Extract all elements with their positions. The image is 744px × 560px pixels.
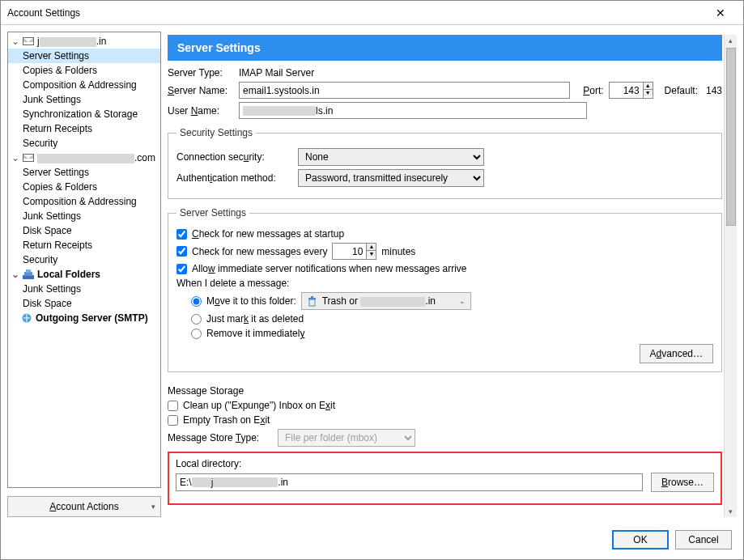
tree-item-sync-storage[interactable]: Synchronization & Storage bbox=[8, 107, 160, 121]
folder-icon bbox=[23, 269, 34, 279]
radio-remove-label: Remove it immediately bbox=[206, 328, 304, 339]
radio-move[interactable] bbox=[191, 296, 202, 307]
trash-icon bbox=[307, 296, 317, 307]
cancel-button[interactable]: Cancel bbox=[675, 530, 732, 549]
chk-every-label: Check for new messages every bbox=[192, 246, 327, 257]
radio-mark[interactable] bbox=[191, 314, 202, 325]
chk-allow-notify[interactable] bbox=[176, 264, 187, 274]
delete-label: When I delete a message: bbox=[176, 278, 713, 289]
user-name-input[interactable]: ls.in bbox=[239, 102, 587, 119]
radio-mark-label: Just mark it as deleted bbox=[206, 313, 304, 325]
tree-item-copies-folders[interactable]: Copies & Folders bbox=[8, 63, 160, 78]
caret-down-icon: ▾ bbox=[151, 503, 155, 511]
local-directory-highlight: Local directory: E:\j.in Browse… bbox=[168, 452, 722, 505]
interval-input[interactable] bbox=[332, 243, 366, 260]
tree-item-copies-folders-2[interactable]: Copies & Folders bbox=[8, 180, 160, 194]
scroll-thumb[interactable] bbox=[726, 48, 736, 226]
chk-empty-label: Empty Trash on Exit bbox=[183, 414, 270, 426]
server-type-label: Server Type: bbox=[168, 67, 234, 78]
tree-item-security[interactable]: Security bbox=[8, 136, 160, 151]
close-icon[interactable]: ✕ bbox=[704, 6, 737, 19]
default-label: Default: bbox=[665, 85, 698, 96]
storage-legend: Message Storage bbox=[168, 385, 722, 397]
twisty-icon[interactable]: ⌄ bbox=[11, 36, 19, 47]
svg-rect-5 bbox=[308, 298, 316, 299]
browse-button[interactable]: Browse… bbox=[651, 473, 714, 492]
smtp-node[interactable]: Outgoing Server (SMTP) bbox=[8, 311, 160, 325]
smtp-label: Outgoing Server (SMTP) bbox=[36, 312, 148, 324]
chk-every[interactable] bbox=[176, 246, 187, 257]
chk-expunge-label: Clean up ("Expunge") Inbox on Exit bbox=[183, 400, 335, 411]
move-folder-label: Trash or .in bbox=[322, 295, 436, 307]
tree-item-local-junk[interactable]: Junk Settings bbox=[8, 282, 160, 296]
default-value: 143 bbox=[706, 85, 722, 96]
auth-method-select[interactable]: Password, transmitted insecurely bbox=[298, 169, 484, 187]
window-title: Account Settings bbox=[7, 7, 704, 19]
smtp-icon bbox=[21, 313, 32, 323]
local-dir-input[interactable]: E:\j.in bbox=[176, 473, 643, 491]
port-stepper[interactable]: ▲▼ bbox=[609, 82, 653, 99]
chk-startup[interactable] bbox=[176, 229, 187, 240]
mail-icon bbox=[23, 37, 34, 45]
tree-item-composition[interactable]: Composition & Addressing bbox=[8, 78, 160, 92]
chk-empty-trash[interactable] bbox=[168, 415, 178, 426]
svg-rect-4 bbox=[309, 299, 315, 306]
local-folders-node[interactable]: ⌄ Local Folders bbox=[8, 267, 160, 282]
svg-rect-2 bbox=[26, 269, 31, 273]
panel-heading: Server Settings bbox=[168, 35, 722, 61]
local-dir-label: Local directory: bbox=[176, 458, 714, 469]
server-legend: Server Settings bbox=[176, 207, 249, 218]
twisty-icon[interactable]: ⌄ bbox=[11, 152, 19, 163]
account-node-2[interactable]: ⌄ .com bbox=[8, 151, 160, 165]
connection-security-label: Connection security: bbox=[176, 151, 293, 163]
chk-expunge[interactable] bbox=[168, 401, 178, 411]
spin-down-icon[interactable]: ▼ bbox=[367, 251, 376, 257]
connection-security-select[interactable]: None bbox=[298, 148, 484, 166]
auth-method-label: Authentication method: bbox=[176, 172, 293, 184]
tree-item-server-settings[interactable]: Server Settings bbox=[8, 49, 160, 63]
tree-item-local-disk[interactable]: Disk Space bbox=[8, 296, 160, 311]
account-actions-button[interactable]: Account Actions ▾ bbox=[7, 496, 161, 517]
radio-move-label: Move it to this folder: bbox=[206, 295, 296, 307]
radio-remove[interactable] bbox=[191, 329, 202, 339]
port-label: Port: bbox=[583, 85, 603, 96]
interval-unit: minutes bbox=[381, 246, 415, 257]
store-type-label: Message Store Type: bbox=[168, 432, 273, 443]
user-name-label: User Name: bbox=[168, 105, 234, 117]
tree-item-junk[interactable]: Junk Settings bbox=[8, 92, 160, 107]
account-node-1[interactable]: ⌄ j.in bbox=[8, 34, 160, 49]
spin-up-icon[interactable]: ▲ bbox=[644, 83, 653, 90]
account-label: j.in bbox=[37, 36, 106, 47]
chk-allow-label: Allow immediate server notifications whe… bbox=[192, 263, 467, 274]
tree-item-return-receipts-2[interactable]: Return Receipts bbox=[8, 238, 160, 252]
spin-down-icon[interactable]: ▼ bbox=[644, 90, 653, 96]
local-folders-label: Local Folders bbox=[37, 269, 100, 280]
tree-item-composition-2[interactable]: Composition & Addressing bbox=[8, 194, 160, 209]
tree-item-disk-space-2[interactable]: Disk Space bbox=[8, 223, 160, 238]
account-tree[interactable]: ⌄ j.in Server Settings Copies & Folders … bbox=[7, 32, 161, 488]
advanced-button[interactable]: Advanced… bbox=[640, 344, 713, 363]
port-input[interactable] bbox=[609, 82, 643, 99]
server-name-input[interactable] bbox=[239, 82, 570, 99]
mail-icon bbox=[23, 154, 34, 162]
tree-item-security-2[interactable]: Security bbox=[8, 252, 160, 267]
move-folder-select[interactable]: Trash or .in ⌄ bbox=[301, 292, 471, 310]
tree-item-return-receipts[interactable]: Return Receipts bbox=[8, 121, 160, 136]
interval-stepper[interactable]: ▲▼ bbox=[332, 243, 376, 260]
ok-button[interactable]: OK bbox=[612, 530, 669, 549]
vertical-scrollbar[interactable]: ▴ ▾ bbox=[724, 35, 737, 517]
scroll-up-icon[interactable]: ▴ bbox=[729, 35, 733, 46]
account-label: .com bbox=[37, 152, 155, 163]
message-storage-group: Message Storage Clean up ("Expunge") Inb… bbox=[168, 380, 722, 505]
account-actions-label: Account Actions bbox=[49, 501, 118, 512]
security-settings-group: Security Settings Connection security: N… bbox=[168, 127, 722, 199]
twisty-icon[interactable]: ⌄ bbox=[11, 269, 19, 280]
tree-item-junk-2[interactable]: Junk Settings bbox=[8, 209, 160, 223]
svg-rect-6 bbox=[311, 296, 313, 298]
scroll-down-icon[interactable]: ▾ bbox=[729, 506, 733, 517]
spin-up-icon[interactable]: ▲ bbox=[367, 244, 376, 251]
store-type-select: File per folder (mbox) bbox=[278, 429, 415, 447]
server-settings-group: Server Settings Check for new messages a… bbox=[168, 207, 722, 372]
tree-item-server-settings-2[interactable]: Server Settings bbox=[8, 165, 160, 180]
server-name-label: Server Name: bbox=[168, 85, 234, 96]
